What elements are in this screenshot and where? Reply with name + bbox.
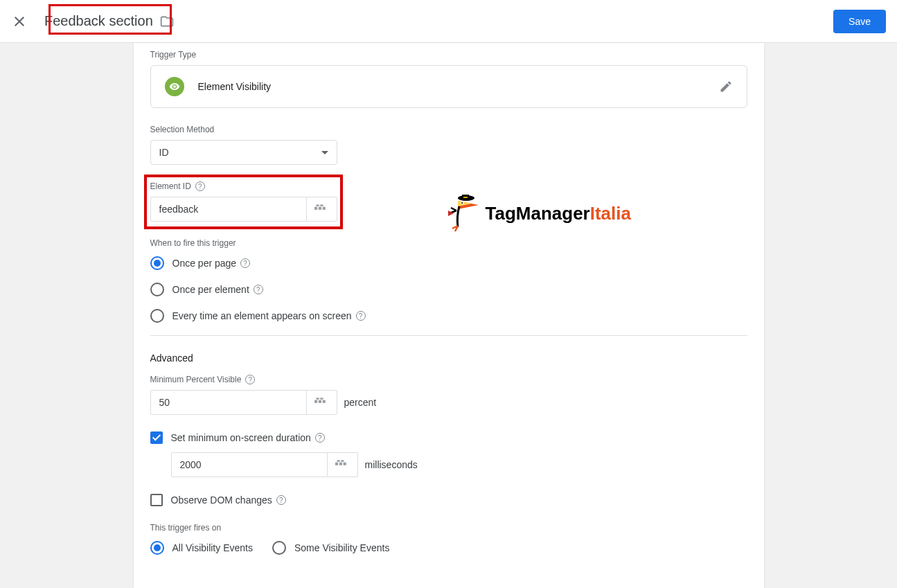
when-to-fire-label: When to fire this trigger [150, 238, 747, 248]
config-panel: Trigger Type Element Visibility Selectio… [134, 43, 764, 588]
svg-rect-2 [323, 207, 326, 210]
radio-all-events[interactable]: All Visibility Events [150, 541, 253, 555]
radio-some-events[interactable]: Some Visibility Events [272, 541, 389, 555]
svg-rect-19 [341, 460, 344, 462]
svg-rect-12 [323, 400, 326, 403]
trigger-type-label: Trigger Type [150, 50, 747, 60]
title-block[interactable]: Feedback section [44, 13, 174, 29]
variable-picker-button[interactable] [307, 390, 337, 415]
watermark-logo: TagManagerItalia [445, 193, 631, 234]
selection-method-dropdown[interactable]: ID [150, 140, 337, 165]
brand-text: TagManagerItalia [486, 203, 631, 224]
percent-unit: percent [344, 397, 377, 408]
section-divider [150, 335, 747, 336]
svg-rect-4 [320, 204, 323, 206]
svg-rect-16 [339, 463, 342, 465]
min-percent-input[interactable] [150, 390, 307, 415]
fires-on-label: This trigger fires on [150, 523, 747, 533]
checkbox-min-duration[interactable] [150, 431, 163, 444]
folder-icon[interactable] [160, 15, 174, 28]
fires-on-section: This trigger fires on All Visibility Eve… [150, 523, 747, 555]
svg-rect-0 [314, 207, 317, 210]
element-id-input[interactable] [150, 197, 307, 222]
svg-rect-14 [320, 398, 323, 400]
trigger-type-name: Element Visibility [198, 81, 272, 92]
variable-picker-button[interactable] [307, 197, 337, 222]
variable-picker-button[interactable] [328, 452, 358, 477]
radio-input[interactable] [150, 309, 164, 323]
svg-rect-11 [319, 400, 321, 403]
radio-input[interactable] [150, 256, 164, 270]
header-bar: Feedback section Save [0, 0, 897, 43]
help-icon[interactable]: ? [195, 181, 205, 191]
help-icon[interactable]: ? [245, 375, 255, 384]
edit-icon[interactable] [719, 80, 733, 93]
radio-every-time[interactable]: Every time an element appears on screen? [150, 309, 747, 323]
chevron-down-icon [321, 151, 328, 154]
ms-unit: milliseconds [365, 459, 418, 470]
svg-rect-15 [335, 463, 338, 465]
svg-rect-13 [317, 398, 319, 400]
advanced-heading: Advanced [150, 353, 747, 364]
svg-rect-7 [463, 197, 468, 198]
radio-input[interactable] [150, 541, 164, 555]
svg-point-9 [461, 202, 463, 204]
min-percent-section: Minimum Percent Visible ? percent [150, 375, 747, 415]
element-id-label: Element ID ? [150, 181, 747, 191]
svg-rect-3 [317, 204, 319, 206]
visibility-icon [165, 77, 184, 96]
min-percent-label: Minimum Percent Visible ? [150, 375, 747, 384]
min-duration-input[interactable] [171, 452, 328, 477]
observe-dom-checkbox-row[interactable]: Observe DOM changes? [150, 494, 747, 506]
help-icon[interactable]: ? [240, 258, 250, 268]
help-icon[interactable]: ? [356, 311, 366, 321]
selection-method-value: ID [159, 147, 169, 158]
help-icon[interactable]: ? [315, 433, 325, 443]
trigger-type-selector[interactable]: Element Visibility [150, 65, 747, 108]
radio-once-per-page[interactable]: Once per page? [150, 256, 747, 270]
save-button[interactable]: Save [833, 10, 886, 33]
page-title: Feedback section [44, 13, 153, 29]
min-duration-field: milliseconds [171, 452, 747, 477]
radio-once-per-element[interactable]: Once per element? [150, 283, 747, 296]
selection-method-label: Selection Method [150, 125, 747, 134]
when-to-fire-section: When to fire this trigger Once per page?… [150, 238, 747, 323]
svg-rect-10 [314, 400, 317, 403]
content-stage: Trigger Type Element Visibility Selectio… [0, 43, 897, 588]
svg-rect-1 [319, 207, 321, 210]
selection-method-section: Selection Method ID [150, 125, 747, 165]
radio-input[interactable] [272, 541, 286, 555]
radio-input[interactable] [150, 283, 164, 296]
svg-rect-18 [337, 460, 340, 462]
min-duration-checkbox-row[interactable]: Set minimum on-screen duration? [150, 431, 747, 444]
checkbox-observe-dom[interactable] [150, 494, 163, 506]
close-icon[interactable] [11, 13, 28, 30]
help-icon[interactable]: ? [254, 285, 263, 294]
help-icon[interactable]: ? [276, 495, 286, 505]
svg-rect-17 [344, 463, 346, 465]
